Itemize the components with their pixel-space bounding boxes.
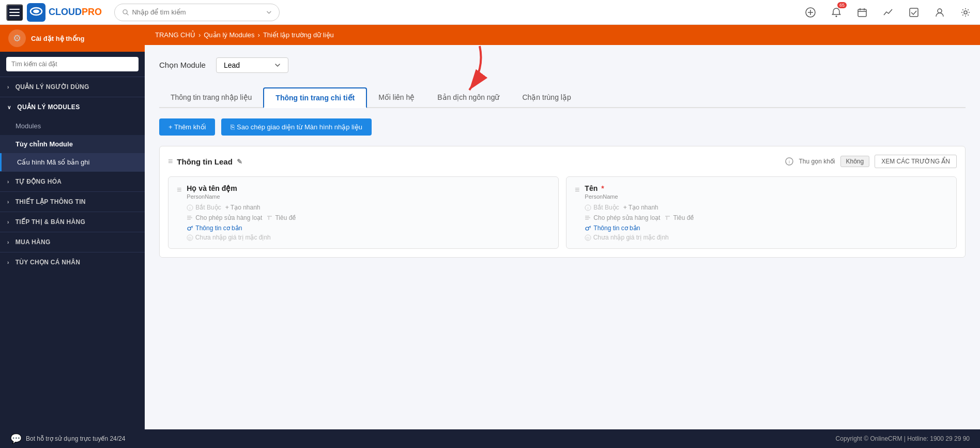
field-drag-handle-1[interactable]: ≡ — [575, 185, 579, 195]
tab-ban-dich[interactable]: Bản dịch ngôn ngữ — [426, 88, 511, 108]
chevron-down-icon: ∨ — [7, 104, 11, 110]
tab-chan-trung-lap[interactable]: Chặn trùng lặp — [511, 88, 582, 108]
sidebar-section-personal: › TÙY CHỌN CÁ NHÂN — [0, 252, 145, 272]
copy-ui-button[interactable]: ⎘ Sao chép giao diện từ Màn hình nhập li… — [221, 118, 372, 136]
search-bar[interactable] — [114, 4, 280, 21]
sidebar-settings[interactable]: ⚙ Cài đặt hệ thống — [0, 25, 145, 52]
hamburger-button[interactable] — [6, 4, 23, 21]
chart-button[interactable] — [880, 4, 896, 21]
chart-icon — [883, 7, 893, 18]
module-dropdown[interactable]: Lead — [216, 57, 288, 73]
check-icon — [909, 7, 919, 18]
svg-point-8 — [835, 16, 837, 17]
chevron-right-icon-5: › — [7, 240, 9, 245]
chevron-right-icon: › — [7, 84, 9, 90]
sidebar-section-modules-header[interactable]: ∨ QUẢN LÝ MODULES — [0, 97, 145, 117]
logo: CLOUDPRO — [27, 3, 102, 22]
sidebar-section-automation: › TỰ ĐỘNG HÓA — [0, 171, 145, 191]
calendar-button[interactable] — [854, 4, 870, 21]
show-hidden-button[interactable]: XEM CÁC TRƯỜNG ẨN — [875, 155, 957, 168]
breadcrumb-level1[interactable]: Quản lý Modules — [204, 31, 254, 39]
breadcrumb-home[interactable]: TRANG CHỦ — [155, 31, 195, 39]
layout: ⚙ Cài đặt hệ thống › QUẢN LÝ NGƯỜI DÙNG … — [0, 25, 980, 448]
sidebar-section-purchase: › MUA HÀNG — [0, 232, 145, 252]
svg-point-14 — [938, 9, 942, 13]
calendar-icon — [857, 7, 867, 18]
top-nav: CLOUDPRO 65 — [0, 0, 980, 25]
section-controls: i Thu gọn khối Không XEM CÁC TRƯỜNG ẨN — [785, 155, 957, 168]
sidebar-section-purchase-header[interactable]: › MUA HÀNG — [0, 232, 145, 252]
breadcrumb-sep1: › — [198, 31, 201, 39]
field-meta-0: i Bắt Buộc + Tạo nhanh — [187, 204, 550, 211]
hamburger-icon — [9, 9, 20, 16]
sidebar-setup-label: THIẾT LẬP THÔNG TIN — [16, 198, 86, 205]
svg-rect-9 — [858, 9, 866, 17]
svg-point-34 — [586, 227, 589, 230]
breadcrumb: TRANG CHỦ › Quản lý Modules › Thiết lập … — [145, 25, 980, 45]
nav-icons: 65 — [802, 4, 974, 21]
collapse-label: Thu gọn khối — [799, 158, 835, 165]
field-drag-handle-0[interactable]: ≡ — [177, 185, 181, 195]
settings-label: Cài đặt hệ thống — [31, 35, 84, 42]
info-icon: i — [785, 157, 793, 166]
drag-handle-icon: ≡ — [168, 157, 173, 166]
tab-chi-tiet[interactable]: Thông tin trang chi tiết — [263, 87, 367, 108]
svg-text:i: i — [190, 206, 191, 211]
sidebar-section-setup-header[interactable]: › THIẾT LẬP THÔNG TIN — [0, 192, 145, 212]
check-button[interactable] — [906, 4, 922, 21]
search-input[interactable] — [132, 8, 266, 16]
edit-icon[interactable]: ✎ — [237, 158, 242, 166]
sidebar-section-personal-header[interactable]: › TÙY CHỌN CÁ NHÂN — [0, 252, 145, 272]
add-button[interactable] — [802, 4, 819, 21]
search-icon — [122, 8, 129, 16]
chevron-right-icon-6: › — [7, 260, 9, 265]
plus-icon — [805, 7, 816, 18]
sidebar-section-automation-header[interactable]: › TỰ ĐỘNG HÓA — [0, 172, 145, 191]
chevron-right-icon-3: › — [7, 199, 9, 205]
title-icon-0 — [266, 215, 273, 221]
sidebar-section-setup: › THIẾT LẬP THÔNG TIN — [0, 191, 145, 212]
notification-button[interactable]: 65 — [828, 4, 845, 21]
field-title-1: Tiêu đề — [664, 214, 694, 221]
field-type-1: PersonName — [585, 193, 948, 200]
settings-button[interactable] — [957, 4, 974, 21]
module-selected-value: Lead — [224, 61, 240, 69]
field-info-0: Thông tin cơ bản — [187, 225, 550, 232]
svg-point-24 — [188, 227, 191, 230]
field-quick-create-1[interactable]: + Tạo nhanh — [623, 204, 659, 211]
breadcrumb-level2: Thiết lập trường dữ liệu — [263, 31, 334, 39]
field-card-0: ≡ Họ và tên đệm PersonName i B — [168, 176, 559, 249]
chat-icon: 💬 — [10, 433, 22, 444]
main-content: TRANG CHỦ › Quản lý Modules › Thiết lập … — [145, 25, 980, 448]
breadcrumb-sep2: › — [258, 31, 260, 39]
sidebar-section-marketing-header[interactable]: › TIẾP THỊ & BÁN HÀNG — [0, 212, 145, 232]
footer-chat[interactable]: 💬 Bot hỗ trợ sử dụng trực tuyến 24/24 — [10, 433, 125, 444]
default-icon-1: D — [585, 234, 591, 241]
sidebar-search-input[interactable] — [6, 57, 139, 71]
field-title-0: Tiêu đề — [266, 214, 296, 221]
chevron-right-icon-4: › — [7, 219, 9, 225]
sidebar-purchase-label: MUA HÀNG — [16, 238, 51, 246]
logo-accent: PRO — [82, 7, 102, 17]
sidebar-marketing-label: TIẾP THỊ & BÁN HÀNG — [16, 218, 85, 226]
required-icon-0: i — [187, 204, 193, 211]
svg-rect-22 — [187, 217, 192, 218]
field-quick-create-0[interactable]: + Tạo nhanh — [225, 204, 261, 211]
add-block-button[interactable]: + Thêm khối — [159, 118, 215, 136]
svg-text:i: i — [789, 159, 790, 165]
field-meta-extra-1: Cho phép sửa hàng loạt Tiêu đề — [585, 214, 948, 221]
toggle-button[interactable]: Không — [840, 156, 870, 167]
field-info-1: Thông tin cơ bản — [585, 225, 948, 232]
svg-rect-13 — [910, 8, 918, 17]
field-default-1: D Chưa nhập giá trị mặc định — [585, 234, 948, 241]
sidebar-section-users-header[interactable]: › QUẢN LÝ NGƯỜI DÙNG — [0, 77, 145, 97]
section-header: ≡ Thông tin Lead ✎ i Thu gọn khối Không … — [168, 155, 957, 168]
tab-moi-lien-he[interactable]: Mối liên hệ — [367, 88, 426, 108]
bell-icon — [831, 7, 841, 18]
sidebar-item-tuy-chinh[interactable]: Tùy chỉnh Module — [0, 135, 145, 153]
user-button[interactable] — [931, 4, 948, 21]
sidebar-item-cau-hinh[interactable]: Cấu hình Mã số bản ghi — [0, 153, 145, 171]
tab-nhap-lieu[interactable]: Thông tin trang nhập liệu — [159, 88, 263, 108]
sidebar-item-modules[interactable]: Modules — [0, 117, 145, 135]
module-selector: Chọn Module Lead — [159, 57, 966, 73]
